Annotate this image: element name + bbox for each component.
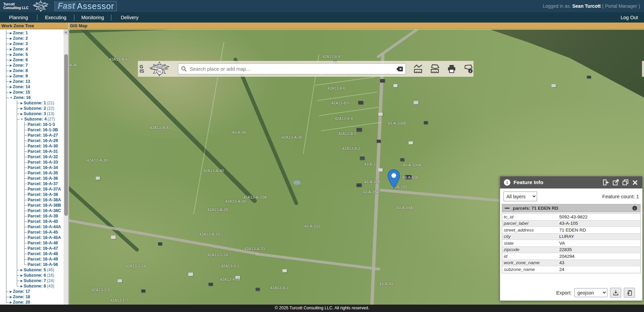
measure-distance-button[interactable] xyxy=(413,64,423,74)
expand-arrow-icon[interactable]: ▶ xyxy=(10,91,12,94)
tree-item-parcel[interactable]: Parcel: 16-A-49 xyxy=(0,256,64,262)
measure-area-button[interactable] xyxy=(430,64,440,74)
tree-item-zone[interactable]: ▶Zone: 3 xyxy=(0,41,64,46)
collapse-arrow-icon[interactable]: ▼ xyxy=(10,96,12,99)
tree-item-zone[interactable]: ▶Zone: 20 xyxy=(0,300,64,305)
tree-item-parcel[interactable]: Parcel: 16-A-38A xyxy=(0,197,64,203)
tree-item-parcel[interactable]: Parcel: 16-A-40 xyxy=(0,219,64,224)
expand-arrow-icon[interactable]: ▶ xyxy=(10,296,12,299)
tree-item-parcel[interactable]: Parcel: 16-1-3 xyxy=(0,122,64,127)
tree-item-subzone[interactable]: ▶Subzone: 6(16) xyxy=(0,273,64,278)
expand-arrow-icon[interactable]: ▶ xyxy=(10,48,12,51)
tree-item-zone[interactable]: ▶Zone: 4 xyxy=(0,46,64,52)
open-in-window-icon[interactable] xyxy=(612,179,619,186)
search-input[interactable] xyxy=(187,66,396,72)
tree-item-parcel[interactable]: Parcel: 16-A-56 xyxy=(0,262,64,267)
map-canvas[interactable]: 42A13-A-473-A-4642A13-8-842A13-8-742A13-… xyxy=(69,30,644,305)
identify-feature-button[interactable]: i xyxy=(464,64,473,74)
tree-item-zone[interactable]: ▶Zone: 17 xyxy=(0,289,64,294)
export-copy-button[interactable] xyxy=(624,288,635,298)
tree-item-zone[interactable]: ▶Zone: 7 xyxy=(0,63,64,68)
tree-item-zone[interactable]: ▶Zone: 18 xyxy=(0,294,64,300)
expand-arrow-icon[interactable]: ▶ xyxy=(10,53,12,56)
expand-arrow-icon[interactable]: ▶ xyxy=(10,69,12,72)
feature-info-titlebar[interactable]: i Feature Info xyxy=(500,176,642,188)
tree-item-subzone[interactable]: ▶Subzone: 7(24) xyxy=(0,278,64,283)
copy-panel-icon[interactable] xyxy=(622,179,629,186)
tree-item-parcel[interactable]: Parcel: 16-A-33 xyxy=(0,160,64,165)
expand-arrow-icon[interactable]: ▶ xyxy=(21,112,23,115)
tree-item-parcel[interactable]: Parcel: 16-A-31 xyxy=(0,149,64,154)
export-download-button[interactable] xyxy=(610,288,621,298)
tree-item-subzone[interactable]: ▶Subzone: 1(21) xyxy=(0,100,64,106)
tree-item-subzone[interactable]: ▶Subzone: 5(45) xyxy=(0,267,64,273)
collapse-section-icon[interactable] xyxy=(505,208,509,209)
tree-item-parcel[interactable]: Parcel: 16-1-3B xyxy=(0,127,64,133)
tree-item-subzone[interactable]: ▶Subzone: 8(43) xyxy=(0,283,64,289)
nav-item-monitoring[interactable]: Monitoring xyxy=(74,14,111,21)
expand-arrow-icon[interactable]: ▶ xyxy=(21,107,23,110)
feature-section-header[interactable]: parcels: 71 EDEN RD i xyxy=(502,204,641,212)
tree-item-parcel[interactable]: Parcel: 16-A-34 xyxy=(0,165,64,170)
expand-arrow-icon[interactable]: ▶ xyxy=(10,85,12,89)
tree-item-parcel[interactable]: Parcel: 16-A-45 xyxy=(0,230,64,235)
tree-item-parcel[interactable]: Parcel: 16-A-38B xyxy=(0,203,64,208)
layer-filter-select[interactable]: All layers xyxy=(503,192,537,201)
tree-item-zone[interactable]: ▼Zone: 16 xyxy=(0,95,64,100)
tree-item-parcel[interactable]: Parcel: 16-A-35 xyxy=(0,170,64,176)
tree-scrollbar[interactable]: ▲ xyxy=(64,30,68,305)
expand-arrow-icon[interactable]: ▶ xyxy=(10,32,12,35)
expand-arrow-icon[interactable]: ▶ xyxy=(21,279,23,282)
tree-item-parcel[interactable]: Parcel: 16-A-38 xyxy=(0,192,64,197)
expand-arrow-icon[interactable]: ▶ xyxy=(10,75,12,78)
tree-item-parcel[interactable]: Parcel: 16-A-47 xyxy=(0,246,64,251)
dock-panel-icon[interactable] xyxy=(603,179,609,186)
nav-item-executing[interactable]: Executing xyxy=(37,14,74,21)
expand-arrow-icon[interactable]: ▶ xyxy=(10,42,12,45)
tree-item-subzone[interactable]: ▼Subzone: 4(27) xyxy=(0,116,64,122)
tree-item-zone[interactable]: ▶Zone: 15 xyxy=(0,90,64,95)
tree-item-zone[interactable]: ▶Zone: 2 xyxy=(0,36,64,41)
export-format-select[interactable]: geojson xyxy=(574,288,607,297)
tree-item-parcel[interactable]: Parcel: 16-A-29 xyxy=(0,138,64,143)
tree-item-zone[interactable]: ▶Zone: 9 xyxy=(0,73,64,79)
expand-arrow-icon[interactable]: ▶ xyxy=(10,80,12,83)
expand-arrow-icon[interactable]: ▶ xyxy=(21,102,23,105)
tree-item-subzone[interactable]: ▶Subzone: 2(22) xyxy=(0,106,64,111)
tree-item-zone[interactable]: ▶Zone: 6 xyxy=(0,57,64,63)
tree-item-zone[interactable]: ▶Zone: 5 xyxy=(0,52,64,57)
collapse-arrow-icon[interactable]: ▼ xyxy=(21,118,23,121)
tree-item-parcel[interactable]: Parcel: 16-A-44A xyxy=(0,224,64,230)
tree-item-parcel[interactable]: Parcel: 16-A-37 xyxy=(0,181,64,186)
expand-arrow-icon[interactable]: ▶ xyxy=(10,64,12,67)
expand-arrow-icon[interactable]: ▶ xyxy=(10,59,12,62)
tree-item-parcel[interactable]: Parcel: 16-A-36 xyxy=(0,176,64,181)
tree-item-parcel[interactable]: Parcel: 16-A-39 xyxy=(0,213,64,219)
tree-item-parcel[interactable]: Parcel: 16-A-46 xyxy=(0,240,64,246)
tree-item-zone[interactable]: ▶Zone: 14 xyxy=(0,84,64,90)
logout-button[interactable]: Log Out xyxy=(620,15,638,20)
expand-arrow-icon[interactable]: ▶ xyxy=(10,290,12,293)
expand-arrow-icon[interactable]: ▶ xyxy=(10,37,12,40)
tree-item-parcel[interactable]: Parcel: 16-A-32 xyxy=(0,154,64,160)
tree-item-parcel[interactable]: Parcel: 16-A-38C xyxy=(0,208,64,213)
selected-parcel-pin[interactable] xyxy=(387,169,400,189)
nav-item-delivery[interactable]: Delivery xyxy=(111,14,148,21)
tree-item-parcel[interactable]: Parcel: 16-A-30 xyxy=(0,143,64,149)
scrollbar-thumb[interactable] xyxy=(64,54,68,216)
tree-item-parcel[interactable]: Parcel: 16-A-27 xyxy=(0,133,64,138)
tree-item-parcel[interactable]: Parcel: 16-A-48 xyxy=(0,251,64,256)
expand-arrow-icon[interactable]: ▶ xyxy=(21,274,23,277)
tree-item-zone[interactable]: ▶Zone: 13 xyxy=(0,79,64,84)
print-map-button[interactable] xyxy=(447,64,456,74)
clear-search-icon[interactable] xyxy=(396,66,403,72)
tree-item-zone[interactable]: ▶Zone: 1 xyxy=(0,30,64,36)
scrollbar-up-arrow-icon[interactable]: ▲ xyxy=(64,30,68,35)
nav-item-planning[interactable]: Planning xyxy=(0,15,37,20)
expand-arrow-icon[interactable]: ▶ xyxy=(21,269,23,272)
close-icon[interactable] xyxy=(632,179,638,186)
expand-arrow-icon[interactable]: ▶ xyxy=(10,301,12,304)
feature-zoom-info-icon[interactable]: i xyxy=(632,205,638,211)
expand-arrow-icon[interactable]: ▶ xyxy=(21,285,23,288)
tree-item-parcel[interactable]: Parcel: 16-A-45A xyxy=(0,235,64,240)
